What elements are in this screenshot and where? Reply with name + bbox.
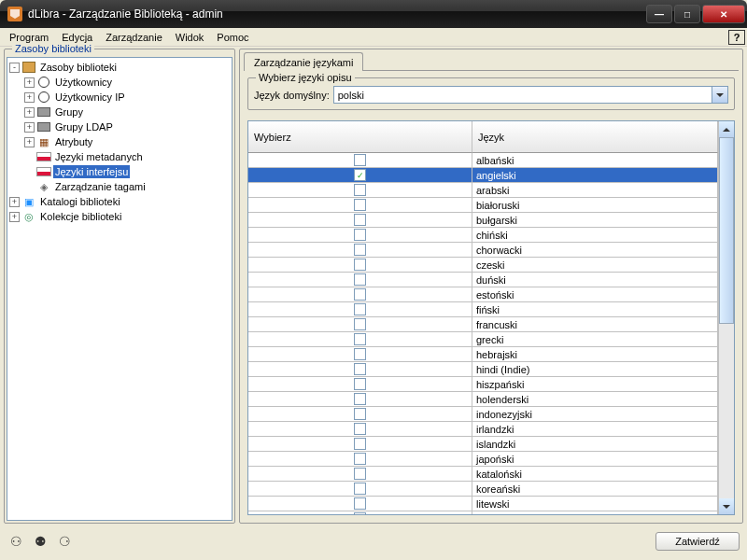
table-row[interactable]: ✓angielski [248, 168, 718, 183]
menu-view[interactable]: Widok [170, 30, 210, 45]
tree-item-label[interactable]: Grupy LDAP [53, 120, 115, 133]
menu-manage[interactable]: Zarządzanie [100, 30, 168, 45]
tree-item-label[interactable]: Grupy [53, 105, 85, 119]
tree-item-label[interactable]: Kolekcje biblioteki [38, 210, 123, 223]
minimize-button[interactable]: ― [646, 5, 672, 23]
table-row[interactable]: duński [248, 273, 718, 287]
tree-item-label[interactable]: Języki interfejsu [53, 165, 130, 178]
expander-icon[interactable]: + [24, 122, 35, 133]
grid-header-language[interactable]: Język [472, 121, 718, 153]
grid-header-select[interactable]: Wybierz [248, 121, 472, 153]
table-row[interactable]: litewski [248, 497, 718, 511]
row-checkbox[interactable] [354, 303, 366, 315]
row-checkbox[interactable] [354, 184, 366, 196]
tree-item-0[interactable]: +Użytkownicy [9, 75, 230, 90]
tree-item-7[interactable]: Zarządzanie tagami [9, 179, 230, 194]
tree-item-label[interactable]: Języki metadanych [53, 150, 145, 163]
tree-item-label[interactable]: Użytkownicy [53, 76, 114, 89]
row-checkbox[interactable] [354, 363, 366, 375]
table-row[interactable]: kataloński [248, 467, 718, 482]
tree-item-label[interactable]: Zasoby biblioteki [38, 61, 119, 74]
table-row[interactable]: irlandzki [248, 422, 718, 437]
tree-item-4[interactable]: +Atrybuty [9, 134, 230, 149]
table-row[interactable]: hebrajski [248, 347, 718, 362]
table-row[interactable]: łotewski [248, 511, 718, 514]
expander-icon[interactable]: + [9, 197, 20, 207]
row-checkbox[interactable] [354, 497, 366, 510]
table-row[interactable]: estoński [248, 287, 718, 302]
row-checkbox[interactable] [354, 512, 366, 514]
row-checkbox[interactable]: ✓ [354, 169, 366, 181]
table-row[interactable]: koreański [248, 482, 718, 497]
row-checkbox[interactable] [354, 438, 366, 450]
row-checkbox[interactable] [354, 318, 366, 330]
row-checkbox[interactable] [354, 288, 366, 301]
help-icon[interactable]: ? [728, 30, 745, 45]
row-checkbox[interactable] [354, 244, 366, 256]
menu-help[interactable]: Pomoc [211, 30, 254, 45]
chevron-down-icon[interactable] [712, 87, 727, 103]
expander-icon[interactable]: + [24, 137, 35, 147]
scroll-thumb[interactable] [719, 137, 734, 324]
row-checkbox[interactable] [354, 453, 366, 465]
table-row[interactable]: holenderski [248, 392, 718, 407]
scroll-down-button[interactable] [719, 498, 734, 514]
table-row[interactable]: hiszpański [248, 377, 718, 392]
tree-item-5[interactable]: Języki metadanych [9, 149, 230, 164]
row-checkbox[interactable] [354, 348, 366, 360]
row-checkbox[interactable] [354, 393, 366, 405]
table-row[interactable]: japoński [248, 452, 718, 467]
table-row[interactable]: hindi (Indie) [248, 362, 718, 377]
table-row[interactable]: islandzki [248, 437, 718, 452]
default-language-combo[interactable]: polski [333, 86, 728, 104]
expander-icon[interactable]: - [9, 63, 20, 73]
expander-icon[interactable]: + [24, 92, 35, 103]
titlebar[interactable]: dLibra - Zarządzanie Biblioteką - admin … [0, 0, 747, 28]
table-row[interactable]: czeski [248, 258, 718, 273]
table-row[interactable]: indonezyjski [248, 407, 718, 422]
tab-languages[interactable]: Zarządzanie językami [244, 52, 363, 71]
table-row[interactable]: francuski [248, 317, 718, 332]
tree-item-3[interactable]: +Grupy LDAP [9, 119, 230, 134]
row-checkbox[interactable] [354, 483, 366, 495]
row-checkbox[interactable] [354, 468, 366, 480]
tree-root[interactable]: -Zasoby biblioteki [9, 60, 230, 75]
expander-icon[interactable]: + [9, 212, 20, 222]
tree-item-label[interactable]: Zarządzanie tagami [53, 180, 148, 193]
table-row[interactable]: chiński [248, 228, 718, 243]
row-checkbox[interactable] [354, 259, 366, 271]
grid-scrollbar[interactable] [718, 121, 734, 514]
confirm-button[interactable]: Zatwierdź [655, 532, 740, 551]
tree-item-1[interactable]: +Użytkownicy IP [9, 90, 230, 105]
tree-item-label[interactable]: Katalogi biblioteki [38, 195, 122, 208]
tree-item-label[interactable]: Atrybuty [53, 135, 94, 148]
person-plus-icon[interactable]: ⚉ [32, 533, 49, 550]
tree-view[interactable]: -Zasoby biblioteki+Użytkownicy+Użytkowni… [7, 57, 233, 521]
maximize-button[interactable]: □ [674, 5, 700, 23]
row-checkbox[interactable] [354, 333, 366, 345]
row-checkbox[interactable] [354, 273, 366, 286]
row-checkbox[interactable] [354, 408, 366, 420]
row-checkbox[interactable] [354, 423, 366, 435]
scroll-up-button[interactable] [719, 121, 734, 137]
tree-item-label[interactable]: Użytkownicy IP [53, 91, 127, 104]
table-row[interactable]: białoruski [248, 198, 718, 213]
table-row[interactable]: albański [248, 153, 718, 168]
expander-icon[interactable]: + [24, 77, 35, 88]
table-row[interactable]: fiński [248, 302, 718, 317]
table-row[interactable]: chorwacki [248, 243, 718, 258]
tree-item-2[interactable]: +Grupy [9, 105, 230, 119]
person-run-icon[interactable]: ⚆ [56, 533, 73, 550]
table-row[interactable]: grecki [248, 332, 718, 347]
row-checkbox[interactable] [354, 378, 366, 390]
tree-sibling-0[interactable]: +Katalogi biblioteki [9, 194, 230, 209]
tree-sibling-1[interactable]: +Kolekcje biblioteki [9, 209, 230, 224]
close-button[interactable]: ✕ [702, 5, 745, 23]
table-row[interactable]: arabski [248, 183, 718, 198]
row-checkbox[interactable] [354, 214, 366, 226]
person-icon[interactable]: ⚇ [7, 533, 24, 550]
expander-icon[interactable]: + [24, 107, 35, 118]
row-checkbox[interactable] [354, 154, 366, 166]
tree-item-6[interactable]: Języki interfejsu [9, 164, 230, 179]
row-checkbox[interactable] [354, 229, 366, 241]
